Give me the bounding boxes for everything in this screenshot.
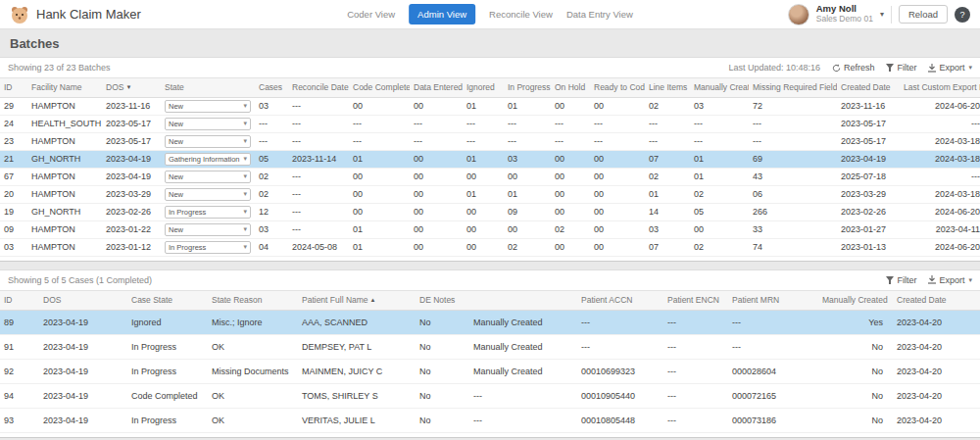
- filter-label: Filter: [897, 63, 916, 73]
- batch-state-select[interactable]: Gathering Information▾: [165, 153, 251, 166]
- batch-state-select[interactable]: New▾: [165, 223, 251, 236]
- batch-row-cell-dos: 2023-04-19: [102, 168, 161, 185]
- help-icon[interactable]: ?: [955, 7, 970, 23]
- batch-row-cell-state: New▾: [161, 220, 255, 238]
- chevron-down-icon: ▾: [968, 276, 972, 284]
- batch-row-cell-manually-created: 02: [690, 185, 749, 203]
- nav-item-coder-view[interactable]: Coder View: [347, 9, 395, 20]
- column-header-in-progress[interactable]: In Progress: [504, 78, 551, 98]
- reload-button[interactable]: Reload: [899, 5, 948, 24]
- batch-state-select[interactable]: New▾: [165, 100, 251, 113]
- column-header-dos[interactable]: DOS: [39, 290, 127, 310]
- batch-row[interactable]: 03HAMPTON2023-01-12In Progress▾042024-05…: [0, 238, 980, 256]
- column-header-blank[interactable]: [469, 290, 577, 310]
- batch-row[interactable]: 09HAMPTON2023-01-22New▾03---010000000200…: [0, 220, 980, 238]
- column-header-patient-mrn[interactable]: Patient MRN: [728, 290, 818, 310]
- batch-row-cell-id: 09: [0, 220, 27, 238]
- case-row-cell-patient-accn: ---: [577, 310, 663, 334]
- column-header-reconcile-date[interactable]: Reconcile Date: [288, 78, 349, 98]
- column-header-cases[interactable]: Cases: [255, 78, 288, 98]
- column-header-data-entered[interactable]: Data Entered: [410, 78, 463, 98]
- batch-row-cell-state: New▾: [161, 185, 255, 203]
- batches-panel: Showing 23 of 23 Batches Last Updated: 1…: [0, 57, 980, 262]
- column-header-de-notes[interactable]: DE Notes: [416, 290, 469, 310]
- column-header-id[interactable]: ID: [0, 78, 27, 98]
- case-row-cell-state-reason: OK: [208, 408, 298, 432]
- case-row-cell-patient-full_name: TOMS, SHIRLEY S: [298, 383, 416, 408]
- batch-row[interactable]: 21GH_NORTH2023-04-19Gathering Informatio…: [0, 150, 980, 168]
- refresh-button[interactable]: Refresh: [832, 63, 875, 73]
- batch-state-select[interactable]: In Progress▾: [165, 241, 251, 254]
- case-row[interactable]: 922023-04-19In ProgressMissing Documents…: [0, 359, 980, 383]
- case-row-cell-id: 92: [0, 359, 39, 383]
- case-row[interactable]: 932023-04-19In ProgressOKVERITAS, JULIE …: [0, 408, 980, 432]
- column-header-state[interactable]: State: [161, 78, 255, 98]
- user-menu-caret-icon[interactable]: ▾: [880, 10, 884, 19]
- batch-row-cell-facility: HAMPTON: [27, 220, 102, 238]
- column-header-case-state[interactable]: Case State: [127, 290, 208, 310]
- batch-row-cell-on-hold: ---: [551, 132, 590, 150]
- case-row[interactable]: 942023-04-19Code CompletedOKTOMS, SHIRLE…: [0, 383, 980, 408]
- case-row[interactable]: 892023-04-19IgnoredMisc.; IgnoreAAA, SCA…: [0, 310, 980, 334]
- column-label: Facility Name: [31, 82, 81, 92]
- column-label: State Reason: [212, 295, 263, 305]
- case-row-cell--checkbox: [971, 408, 980, 432]
- column-header-state-reason[interactable]: State Reason: [208, 290, 298, 310]
- batch-state-select[interactable]: New▾: [165, 171, 251, 183]
- nav-item-admin-view[interactable]: Admin View: [409, 4, 475, 24]
- column-header-ignored[interactable]: Ignored: [463, 78, 504, 98]
- export-button[interactable]: Export ▾: [928, 63, 972, 73]
- batch-row[interactable]: 19GH_NORTH2023-02-26In Progress▾12---000…: [0, 203, 980, 220]
- cases-panel-header: Showing 5 of 5 Cases (1 Completed) Filte…: [0, 270, 980, 290]
- column-header-last-custom-export-date[interactable]: Last Custom Export Date: [900, 78, 980, 98]
- batch-row-cell-missing-required_fields: ---: [749, 115, 837, 132]
- column-header-manually-created[interactable]: Manually Created: [690, 78, 749, 98]
- batch-row[interactable]: 29HAMPTON2023-11-16New▾03---000001010000…: [0, 97, 980, 115]
- case-row-cell-patient-mrn: 000073186: [728, 408, 818, 432]
- batch-row-cell-on-hold: 02: [551, 220, 590, 238]
- column-header-created-date[interactable]: Created Date: [837, 78, 900, 98]
- batch-row[interactable]: 67HAMPTON2023-04-19New▾02---000000000000…: [0, 168, 980, 185]
- column-header-on-hold[interactable]: On Hold: [551, 78, 590, 98]
- filter-button[interactable]: Filter: [886, 63, 916, 73]
- column-label: ID: [4, 295, 13, 305]
- case-row-cell-dos: 2023-04-19: [39, 408, 127, 432]
- column-header-code-completed[interactable]: Code Completed: [349, 78, 410, 98]
- column-header-patient-accn[interactable]: Patient ACCN: [577, 290, 663, 310]
- column-header-created-date[interactable]: Created Date: [893, 290, 971, 310]
- batch-row[interactable]: 24HEALTH_SOUTH2023-05-17New▾------------…: [0, 115, 980, 132]
- case-row-cell-de-notes: No: [416, 408, 469, 432]
- column-header-dos[interactable]: DOS▼: [102, 78, 161, 98]
- batch-row-cell-ignored: 01: [463, 185, 504, 203]
- batch-row-cell-data-entered: 00: [410, 150, 463, 168]
- column-header-ready-to-code[interactable]: Ready to Code: [590, 78, 645, 98]
- batch-state-select[interactable]: New▾: [165, 118, 251, 130]
- column-header-missing-required-fields[interactable]: Missing Required Fields: [749, 78, 837, 98]
- batch-row-cell-in-progress: 00: [504, 168, 551, 185]
- case-row-cell-case-state: In Progress: [127, 408, 208, 432]
- column-header-patient-encn[interactable]: Patient ENCN: [663, 290, 728, 310]
- column-header-id[interactable]: ID: [0, 290, 39, 310]
- batch-row-cell-facility: HAMPTON: [27, 97, 102, 115]
- batch-state-select[interactable]: In Progress▾: [165, 206, 251, 219]
- batch-row[interactable]: 20HAMPTON2023-03-29New▾02---000001010000…: [0, 185, 980, 203]
- batch-row-cell-in-progress: 01: [504, 97, 551, 115]
- column-header-manually-created[interactable]: Manually Created: [818, 290, 893, 310]
- column-header-patient-full-name[interactable]: Patient Full Name▲: [298, 290, 416, 310]
- batch-row-cell-data-entered: 00: [410, 168, 463, 185]
- batches-count-text: Showing 23 of 23 Batches: [8, 63, 111, 73]
- nav-item-reconcile-view[interactable]: Reconcile View: [489, 9, 553, 20]
- column-header-facility-name[interactable]: Facility Name: [27, 78, 102, 98]
- case-row[interactable]: 912023-04-19In ProgressOKDEMPSEY, PAT LN…: [0, 334, 980, 359]
- batch-row[interactable]: 23HAMPTON2023-05-17New▾-----------------…: [0, 132, 980, 150]
- avatar[interactable]: [788, 4, 809, 25]
- batch-state-select[interactable]: New▾: [165, 135, 251, 148]
- batch-row-cell-facility: HAMPTON: [27, 238, 102, 256]
- batch-row-cell-missing-required_fields: 06: [749, 185, 837, 203]
- chevron-down-icon: ▾: [243, 172, 247, 180]
- batch-state-select[interactable]: New▾: [165, 188, 251, 201]
- filter-button[interactable]: Filter: [886, 275, 916, 285]
- export-button[interactable]: Export ▾: [928, 275, 972, 285]
- column-header-line-items[interactable]: Line Items: [645, 78, 690, 98]
- nav-item-data-entry-view[interactable]: Data Entry View: [566, 9, 633, 20]
